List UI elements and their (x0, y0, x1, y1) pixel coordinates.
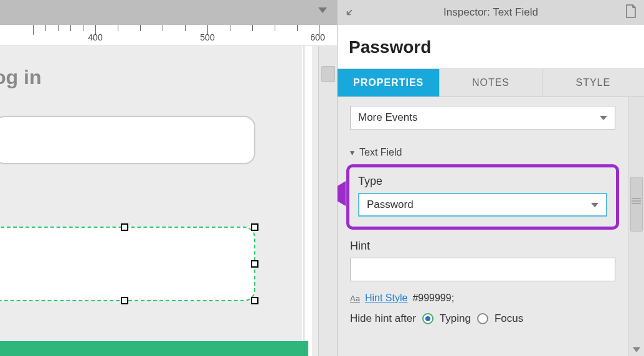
resize-handle-s[interactable] (121, 297, 128, 304)
type-value: Password (367, 199, 414, 211)
hint-style-value: #999999; (412, 293, 454, 304)
scrollbar-thumb[interactable] (630, 177, 643, 232)
chevron-down-icon: ▾ (350, 148, 354, 157)
button-widget[interactable] (0, 341, 308, 356)
annotation-callout: Type Password (346, 164, 619, 230)
radio-typing[interactable] (422, 313, 433, 324)
radio-focus[interactable] (477, 313, 488, 324)
inspector-title: Inspector: Text Field (356, 6, 625, 19)
canvas-toolbar (0, 0, 337, 25)
scroll-down-icon[interactable] (633, 347, 640, 352)
hide-hint-label: Hide hint after (350, 312, 416, 325)
resize-handle-ne[interactable] (251, 223, 258, 231)
inspector-vertical-scrollbar[interactable] (628, 97, 644, 356)
inspector-header: Inspector: Text Field (338, 0, 644, 25)
resize-handle-se[interactable] (251, 297, 258, 304)
radio-focus-label: Focus (495, 312, 523, 325)
annotation-arrow-icon (338, 181, 346, 206)
type-label: Type (358, 175, 607, 188)
collapse-icon[interactable] (345, 6, 356, 19)
section-label: Text Field (359, 147, 402, 158)
toolbar-dropdown-icon[interactable] (318, 7, 327, 13)
more-events-dropdown[interactable]: More Events (350, 106, 615, 129)
selected-widget[interactable] (0, 227, 255, 301)
tab-properties[interactable]: PROPERTIES (338, 69, 440, 96)
tab-notes[interactable]: NOTES (440, 69, 542, 96)
tab-style[interactable]: STYLE (542, 69, 644, 96)
hint-input[interactable] (350, 258, 615, 281)
ruler-label: 400 (88, 32, 102, 42)
canvas-pane: 400 500 600 og in (0, 0, 337, 356)
hint-label: Hint (350, 240, 615, 253)
ruler-label: 500 (200, 32, 214, 42)
more-events-label: More Events (358, 111, 417, 124)
type-dropdown[interactable]: Password (358, 193, 607, 217)
widget-name: Password (338, 25, 644, 68)
canvas-vertical-scrollbar[interactable] (318, 46, 337, 356)
chevron-down-icon (600, 116, 607, 120)
section-text-field[interactable]: ▾ Text Field (350, 147, 615, 158)
hint-style-link[interactable]: Hint Style (365, 293, 407, 304)
text-field-widget[interactable] (0, 116, 255, 164)
inspector-panel: Inspector: Text Field Password PROPERTIE… (337, 0, 644, 356)
horizontal-ruler: 400 500 600 (0, 25, 337, 46)
inspector-tabs: PROPERTIES NOTES STYLE (338, 68, 644, 97)
chevron-down-icon (591, 203, 599, 207)
text-style-icon: Aa (350, 294, 360, 303)
resize-handle-n[interactable] (121, 223, 128, 231)
ruler-label: 600 (310, 32, 324, 42)
resize-handle-e[interactable] (251, 260, 258, 268)
radio-typing-label: Typing (440, 312, 471, 325)
page-heading: og in (0, 66, 41, 89)
scrollbar-thumb[interactable] (321, 66, 335, 82)
page-icon[interactable] (625, 4, 637, 21)
properties-panel: More Events ▾ Text Field Type Password (338, 97, 628, 356)
canvas-body[interactable]: og in (0, 46, 337, 356)
